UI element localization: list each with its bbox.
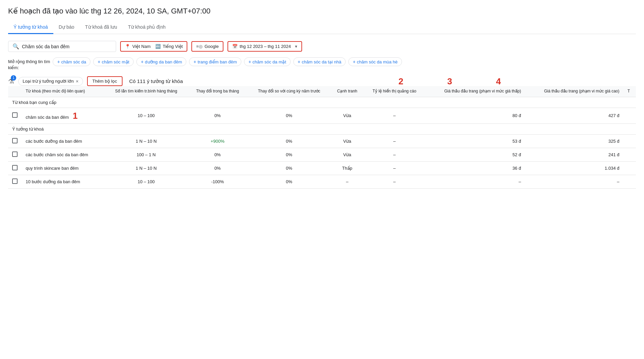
section-label-ideas: Ý tưởng từ khoá <box>8 123 636 134</box>
col-keyword: Từ khoá (theo mức độ liên quan) <box>22 86 105 97</box>
row-change-3m: 0% <box>187 108 247 123</box>
section-idea-keywords: Ý tưởng từ khoá <box>8 123 636 134</box>
expand-tag-label: chăm sóc da mặt <box>252 59 286 64</box>
date-range-filter[interactable]: 📅 thg 12 2023 – thg 11 2024 ▾ <box>227 41 302 52</box>
col-avg-monthly[interactable]: Số lần tìm kiếm tr.bình hàng tháng <box>105 86 188 97</box>
row-bid-low: 80 đ <box>425 108 525 123</box>
network-label: Google <box>205 44 219 49</box>
search-filter-row: 🔍 📍 Việt Nam 🔤 Tiếng Việt ≡◎ Google 📅 th… <box>8 41 636 52</box>
checkbox-icon[interactable] <box>12 178 18 184</box>
expand-tag-label: chăm sóc da <box>61 59 86 64</box>
keyword-label: chăm sóc da ban đêm <box>26 115 69 120</box>
expand-tag-label: chăm sóc da tại nhà <box>302 59 341 64</box>
checkbox-icon[interactable] <box>12 138 18 143</box>
add-filter-label: Thêm bộ lọc <box>92 79 117 84</box>
active-filter-chip[interactable]: Loại trừ ý tưởng người lớn × <box>18 77 83 86</box>
tab-tu-khoa-phu-dinh[interactable]: Từ khoá phủ định <box>123 21 171 34</box>
language-label: Tiếng Việt <box>163 44 183 49</box>
expand-tag-duong-da-ban-dem[interactable]: + dưỡng da ban đêm <box>136 57 186 66</box>
row-extra <box>623 134 636 148</box>
checkbox-icon[interactable] <box>12 165 18 170</box>
expand-tag-label: dưỡng da ban đêm <box>145 59 182 64</box>
col-checkbox <box>8 86 22 97</box>
row-bid-low: 53 đ <box>425 134 525 148</box>
search-input[interactable] <box>22 44 112 49</box>
table-row: 10 bước dưỡng da ban đêm 10 – 100 -100% … <box>8 175 636 188</box>
row-keyword: chăm sóc da ban đêm 1 <box>22 108 105 123</box>
add-filter-button[interactable]: Thêm bộ lọc <box>87 76 123 86</box>
row-bid-high: 1.034 đ <box>525 161 623 175</box>
close-icon[interactable]: × <box>76 79 78 84</box>
row-checkbox[interactable] <box>8 175 22 188</box>
col-competition[interactable]: Cạnh tranh <box>330 86 364 97</box>
expand-tag-trang-diem-ban-dem[interactable]: + trang điểm ban đêm <box>189 57 241 66</box>
row-display-rate: – <box>364 175 425 188</box>
tab-tu-khoa-da-luu[interactable]: Từ khoá đã lưu <box>80 21 123 34</box>
row-bid-low: 36 đ <box>425 161 525 175</box>
date-range-label: thg 12 2023 – thg 11 2024 <box>240 44 291 49</box>
row-keyword: quy trình skincare ban đêm <box>22 161 105 175</box>
row-competition: Vừa <box>330 134 364 148</box>
col-change-3m[interactable]: Thay đổi trong ba tháng <box>187 86 247 97</box>
expand-tag-label: chăm sóc mặt <box>102 59 129 64</box>
row-change-yoy: 0% <box>248 108 331 123</box>
row-change-3m: +900% <box>187 134 247 148</box>
col-bid-high[interactable]: Giá thầu đầu trang (phạm vi mức giá cao) <box>525 86 623 97</box>
plus-icon: + <box>298 59 300 64</box>
expand-tag-cham-soc-da-mat[interactable]: + chăm sóc da mặt <box>244 57 291 66</box>
expand-tag-label: chăm sóc da mùa hè <box>357 59 398 64</box>
row-bid-low: 52 đ <box>425 148 525 161</box>
network-filter[interactable]: ≡◎ Google <box>191 41 223 52</box>
row-change-yoy: 0% <box>248 161 331 175</box>
plus-icon: + <box>141 59 143 64</box>
row-competition: Thấp <box>330 161 364 175</box>
row-display-rate: – <box>364 148 425 161</box>
expand-tag-cham-soc-da-tai-nha[interactable]: + chăm sóc da tại nhà <box>293 57 346 66</box>
col-extra: T <box>623 86 636 97</box>
expand-tag-label: trang điểm ban đêm <box>198 59 237 64</box>
row-display-rate: – <box>364 161 425 175</box>
row-bid-high: 241 đ <box>525 148 623 161</box>
row-checkbox[interactable] <box>8 108 22 123</box>
checkbox-icon[interactable] <box>12 151 18 157</box>
row-display-rate: – <box>364 108 425 123</box>
filter-badge: 1 <box>11 75 16 81</box>
row-checkbox[interactable] <box>8 161 22 175</box>
row-change-yoy: 0% <box>248 148 331 161</box>
tab-y-tuong[interactable]: Ý tưởng từ khoá <box>8 21 53 34</box>
annotation-num1: 1 <box>73 111 78 121</box>
row-bid-low: – <box>425 175 525 188</box>
expand-tag-cham-soc-da[interactable]: + chăm sóc da <box>53 57 90 66</box>
expand-tags: + chăm sóc da + chăm sóc mặt + dưỡng da … <box>53 57 402 66</box>
row-change-3m: -100% <box>187 175 247 188</box>
row-extra <box>623 161 636 175</box>
row-change-yoy: 0% <box>248 175 331 188</box>
expand-tag-cham-soc-mat[interactable]: + chăm sóc mặt <box>93 57 134 66</box>
row-keyword: các bước chăm sóc da ban đêm <box>22 148 105 161</box>
row-checkbox[interactable] <box>8 148 22 161</box>
plus-icon: + <box>98 59 100 64</box>
plus-icon: + <box>248 59 251 64</box>
location-label: Việt Nam <box>132 44 151 49</box>
row-bid-high: – <box>525 175 623 188</box>
col-change-yoy[interactable]: Thay đổi so với cùng kỳ năm trước <box>248 86 331 97</box>
checkbox-icon[interactable] <box>12 112 18 118</box>
row-checkbox[interactable] <box>8 134 22 148</box>
translate-icon: 🔤 <box>155 44 161 49</box>
page-title: Kế hoạch đã tạo vào lúc thg 12 26, 2024,… <box>8 7 636 16</box>
location-language-filter[interactable]: 📍 Việt Nam 🔤 Tiếng Việt <box>120 41 187 52</box>
expand-tag-cham-soc-da-mua-he[interactable]: + chăm sóc da mùa hè <box>348 57 402 66</box>
row-extra <box>623 108 636 123</box>
row-competition: – <box>330 175 364 188</box>
search-box[interactable]: 🔍 <box>8 41 116 52</box>
col-display-rate[interactable]: Tỷ lệ hiển thị quảng cáo <box>364 86 425 97</box>
row-bid-high: 325 đ <box>525 134 623 148</box>
plus-icon: + <box>353 59 355 64</box>
row-keyword: 10 bước dưỡng da ban đêm <box>22 175 105 188</box>
row-avg-monthly: 100 – 1 N <box>105 148 188 161</box>
tab-du-bao[interactable]: Dự báo <box>53 21 80 34</box>
expand-search-row: Mở rộng thông tin tìmkiếm: + chăm sóc da… <box>8 57 636 71</box>
row-avg-monthly: 10 – 100 <box>105 175 188 188</box>
col-bid-low[interactable]: Giá thầu đầu trang (phạm vi mức giá thấp… <box>425 86 525 97</box>
location-icon: 📍 <box>125 44 130 49</box>
